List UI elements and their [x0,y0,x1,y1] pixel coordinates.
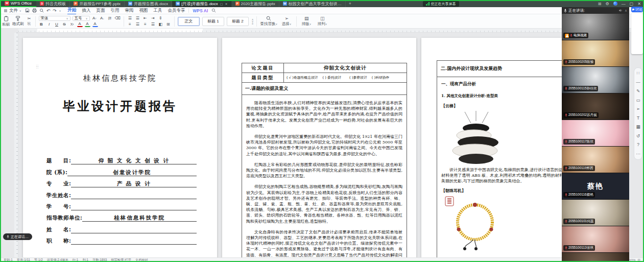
style-chip[interactable]: 标题 2 [227,17,249,26]
find-replace-button[interactable]: 查找替换∨ [260,16,277,27]
participant-tile[interactable]: 2055100113张琪 [562,226,629,253]
annotation-tool-icon[interactable]: ⋯ [635,152,641,156]
layout-grid-icon[interactable]: ⊞ [598,2,602,6]
borders-icon[interactable]: ⊞ [165,22,171,27]
participant-tile[interactable]: 2055100205陈愉 [562,40,629,67]
char-border-button[interactable]: A [92,22,98,27]
speaker-icon[interactable] [618,9,623,12]
discuss-button[interactable]: 讨论 [631,7,643,12]
participant-tile[interactable]: 电脑视频 [562,14,629,40]
numbered-list-icon[interactable]: ☰ [135,16,140,21]
indent-icon[interactable]: ⇥ [150,16,156,21]
shrink-font-icon[interactable]: A↓ [100,16,105,21]
document-page-1[interactable]: ∷∷ 桂林信息科技学院 毕业设计开题报告 题 目: 仰 韶 文 化 文 创 设 … [23,38,217,257]
collapse-panel-icon[interactable]: ∧ [625,9,627,13]
document-page-2[interactable]: 论文题目 仰韶文化文创设计 题目类型 ( √ )命题性概念设计 ( ) 委托设计… [222,38,416,257]
superscript-button[interactable]: X² [69,22,75,27]
strikethrough-button[interactable]: S [62,22,67,27]
ribbon-tab[interactable]: 引用 [110,7,119,14]
close-button[interactable]: ✕ [637,2,641,6]
search-icon[interactable] [211,8,216,13]
ribbon-tab[interactable]: 审阅 [125,7,133,14]
select-button[interactable]: ➢ 选择∨ [280,16,293,27]
drag-handle-icon[interactable]: ∷∷ [36,65,39,69]
horizontal-ruler[interactable] [18,29,640,33]
participant-tile[interactable]: 2055100101何蕊 [562,200,629,226]
document-canvas[interactable]: ∷∷ 桂林信息科技学院 毕业设计开题报告 题 目: 仰 韶 文 化 文 创 设 … [0,33,644,257]
style-chip[interactable]: 正文 [178,17,200,26]
highlight-button[interactable]: A [85,22,90,27]
align-center-icon[interactable]: ☰ [135,22,140,27]
cut-icon[interactable]: ✂ [27,16,32,21]
format-painter-label[interactable]: 格式刷 [12,21,24,27]
wps-home-tab[interactable]: W WPS Office [0,0,36,7]
print-icon[interactable] [32,8,37,13]
participant-tile[interactable] [562,253,629,262]
tab-close-icon[interactable]: ✕ [225,2,227,6]
style-chip[interactable]: 标题 1 [202,17,224,26]
participant-tile[interactable]: 2055100117陈欣 [562,120,629,147]
align-left-icon[interactable]: ≡ [127,22,133,27]
italic-button[interactable]: I [46,22,52,27]
vertical-ruler[interactable] [14,33,18,257]
format-painter-icon[interactable] [15,16,20,21]
paste-icon[interactable] [4,16,9,21]
account-avatar[interactable] [613,2,617,6]
document-tab[interactable]: D 抖音壳模板 [36,0,70,7]
minimize-button[interactable]: — [622,2,626,6]
participant-tile[interactable]: 蔡艳 2055100116蔡艳 [562,173,629,200]
grow-font-icon[interactable]: A↑ [92,16,98,21]
collapsed-preview-card[interactable] [631,13,643,54]
font-size-select[interactable]: 五号 ∨ [73,16,90,21]
typeset-button[interactable]: ▤ 排版∨ [300,16,313,27]
bullet-list-icon[interactable]: ☰ [127,16,133,21]
tab-restore-icon[interactable]: ▢ [220,2,223,6]
participant-tile[interactable]: 2055100115孙佳欣 [562,67,629,93]
annotation-tool-icon[interactable]: ✎ [635,89,641,93]
ribbon-tab[interactable]: 开始 [67,7,76,15]
annotation-tool-icon[interactable]: ▦ [635,125,641,129]
paste-label[interactable]: 粘贴 [2,22,10,27]
redo-icon[interactable]: ↷ [53,8,57,13]
annotation-tool-icon[interactable]: ➢ [635,107,641,111]
annotation-tool-icon[interactable]: ↺ [635,134,641,138]
new-tab-button[interactable]: + [346,0,354,7]
annotation-tool-icon[interactable]: T [635,116,641,121]
speaking-indicator-pill[interactable]: 正在讲话… [3,233,32,240]
print-preview-icon[interactable] [39,8,44,13]
align-right-icon[interactable]: ≡ [142,22,148,27]
underline-button[interactable]: U [54,22,60,27]
line-spacing-icon[interactable]: ⇕ [158,16,163,21]
participant-tile[interactable]: 2055100119郑茜 [562,147,629,173]
maximize-button[interactable]: ▢ [630,2,634,6]
participant-tile[interactable]: 2055100202苏丹妮 [562,93,629,120]
document-tab[interactable]: W 校园文创产品大学生文创设计(山... [279,0,346,7]
ribbon-tab[interactable]: 工具 [153,7,162,14]
font-color-button[interactable]: A [77,22,83,27]
ribbon-tab[interactable]: 会员专享 [168,7,185,14]
settings-gear-icon[interactable]: ⚙ [606,2,609,6]
shading-icon[interactable]: ◧ [158,22,163,27]
wps-ai-button[interactable]: WPS AI [193,8,208,13]
undo-icon[interactable]: ↶ [46,8,51,13]
arrange-button[interactable]: ◫ 排列∨ [316,16,329,27]
fullscreen-icon[interactable]: ⊡ [638,258,640,262]
bold-button[interactable]: B [39,22,44,27]
outdent-icon[interactable]: ⇤ [142,16,148,21]
styles-scroll-buttons[interactable]: ∧ ∨ ≡ [252,18,254,25]
justify-icon[interactable]: ☰ [150,22,156,27]
annotation-tool-icon[interactable]: ▭ [635,98,641,103]
ribbon-tab[interactable]: 视图 [139,7,148,14]
document-tab[interactable]: P 2020主题报告.pptx [232,0,279,7]
annotation-tool-icon[interactable]: — [635,80,641,85]
pinyin-guide-icon[interactable]: 拼 [107,16,113,21]
clear-format-icon[interactable]: ⌫ [115,16,121,21]
annotation-tool-icon[interactable]: ? [635,142,641,147]
annotation-tool-icon[interactable]: ∷ [635,71,641,76]
ribbon-tab[interactable]: 插入 [82,7,90,14]
font-family-select[interactable]: 宋体 ∨ [39,16,70,21]
copy-icon[interactable]: ⎘ [27,21,32,27]
save-icon[interactable] [25,8,30,13]
file-menu[interactable]: 文件 ∨ [4,8,21,14]
chevron-down-icon[interactable]: ∨ [59,9,61,12]
